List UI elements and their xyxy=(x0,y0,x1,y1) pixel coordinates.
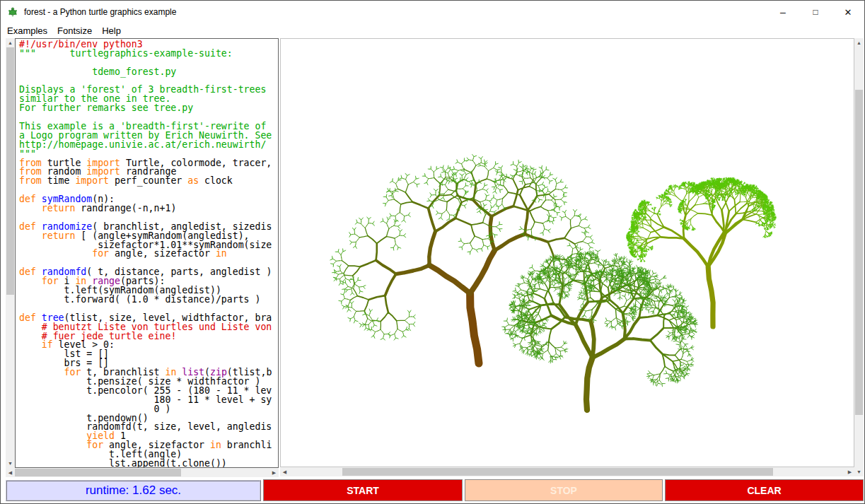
turtle-app-icon xyxy=(7,6,18,18)
code-vscroll-thumb[interactable] xyxy=(6,47,14,295)
code-hscroll-thumb[interactable] xyxy=(15,469,181,476)
minimize-button[interactable]: – xyxy=(767,1,799,23)
minimize-icon: – xyxy=(780,7,786,17)
stop-button[interactable]: STOP xyxy=(465,479,663,501)
code-vertical-scrollbar[interactable]: ▲ ▼ xyxy=(6,38,15,468)
menu-examples[interactable]: Examples xyxy=(2,24,52,37)
canvas-area: ▲ ▼ ◀ ▶ xyxy=(280,38,864,477)
maximize-button[interactable]: □ xyxy=(799,1,832,23)
forest-trees-drawing xyxy=(281,39,854,467)
code-panel: ▲ ▼ #!/usr/bin/env python3""" turtlegrap… xyxy=(6,38,279,477)
canvas-hscroll-thumb[interactable] xyxy=(342,468,773,476)
code-horizontal-scrollbar[interactable]: ◀ ▶ xyxy=(6,468,279,477)
turtle-canvas xyxy=(280,38,854,467)
scroll-up-icon[interactable]: ▲ xyxy=(6,38,15,47)
clear-button[interactable]: CLEAR xyxy=(665,479,864,501)
source-code-text[interactable]: #!/usr/bin/env python3""" turtlegraphics… xyxy=(15,38,279,468)
menu-help[interactable]: Help xyxy=(97,24,126,37)
main-area: ▲ ▼ #!/usr/bin/env python3""" turtlegrap… xyxy=(1,38,864,478)
canvas-vertical-scrollbar[interactable]: ▲ ▼ xyxy=(854,38,864,476)
canvas-horizontal-scrollbar[interactable]: ◀ ▶ xyxy=(280,467,854,476)
app-window: forest - a Python turtle graphics exampl… xyxy=(0,0,865,504)
start-button[interactable]: START xyxy=(263,479,463,501)
scroll-right-icon[interactable]: ▶ xyxy=(269,468,279,477)
titlebar: forest - a Python turtle graphics exampl… xyxy=(1,1,864,23)
menu-fontsize[interactable]: Fontsize xyxy=(52,24,97,37)
scroll-down-icon[interactable]: ▼ xyxy=(854,467,864,476)
canvas-vscroll-thumb[interactable] xyxy=(855,90,863,415)
menubar: Examples Fontsize Help xyxy=(1,23,864,38)
scroll-left-icon[interactable]: ◀ xyxy=(280,467,289,476)
scroll-left-icon[interactable]: ◀ xyxy=(6,468,15,477)
runtime-label: runtime: 1.62 sec. xyxy=(6,480,261,501)
close-icon: ✕ xyxy=(844,8,852,17)
maximize-icon: □ xyxy=(813,8,818,16)
scroll-up-icon[interactable]: ▲ xyxy=(854,38,864,47)
control-bar: runtime: 1.62 sec. START STOP CLEAR xyxy=(1,478,864,503)
window-title: forest - a Python turtle graphics exampl… xyxy=(24,7,176,17)
close-button[interactable]: ✕ xyxy=(832,1,864,23)
scroll-right-icon[interactable]: ▶ xyxy=(845,467,854,476)
window-controls: – □ ✕ xyxy=(767,1,864,23)
scroll-down-icon[interactable]: ▼ xyxy=(6,459,15,468)
